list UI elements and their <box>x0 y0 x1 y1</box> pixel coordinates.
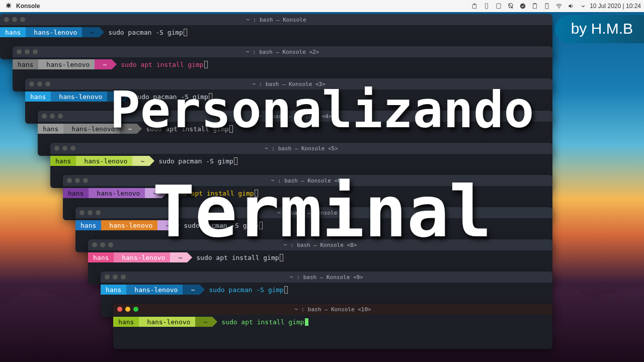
window-title: ~ : bash — Konsole <5> <box>265 145 338 152</box>
dot-icon[interactable] <box>50 114 55 119</box>
prompt-host-segment: hans-lenovo <box>139 317 195 327</box>
prompt-host-segment: hans-lenovo <box>26 27 82 37</box>
window-controls[interactable] <box>42 111 63 122</box>
command-text: sudo apt install gimp <box>121 61 203 68</box>
prompt-line[interactable]: hanshans-lenovo~sudo pacman -S gimp <box>101 283 552 296</box>
window-controls[interactable] <box>117 304 138 315</box>
prompt-user-segment: hans <box>0 27 26 37</box>
cursor-icon <box>284 286 288 294</box>
window-titlebar[interactable]: ~ : bash — Konsole <10> <box>113 304 552 315</box>
window-titlebar[interactable]: ~ : bash — Konsole <5> <box>50 143 552 154</box>
system-tray <box>471 3 587 10</box>
window-controls[interactable] <box>67 175 88 186</box>
cursor-icon <box>305 318 308 326</box>
window-controls[interactable] <box>92 239 113 250</box>
dropdown-icon[interactable] <box>580 3 587 10</box>
prompt-host-segment: hans-lenovo <box>38 59 95 69</box>
prompt-path-segment: ~ <box>95 59 112 69</box>
prompt-user-segment: hans <box>13 59 38 69</box>
dot-icon[interactable] <box>67 178 72 183</box>
phone-icon[interactable] <box>483 3 490 10</box>
trash-icon[interactable] <box>471 3 478 10</box>
prompt-user-segment: hans <box>50 156 76 166</box>
svg-rect-2 <box>497 4 501 8</box>
headline-line2: Terminal <box>152 171 492 253</box>
yel-dot-icon[interactable] <box>125 307 130 312</box>
dot-icon[interactable] <box>29 81 34 86</box>
prompt-host-segment: hans-lenovo <box>126 285 183 295</box>
dot-icon[interactable] <box>113 275 118 280</box>
cursor-icon <box>184 29 187 36</box>
dot-icon[interactable] <box>79 210 85 215</box>
dot-icon[interactable] <box>33 49 38 54</box>
cursor-icon <box>280 254 283 261</box>
dot-icon[interactable] <box>75 178 80 183</box>
prompt-host-segment: hans-lenovo <box>101 220 157 230</box>
prompt-user-segment: hans <box>25 92 51 102</box>
window-controls[interactable] <box>4 14 25 25</box>
prompt-user-segment: hans <box>38 124 63 134</box>
wifi-icon[interactable] <box>555 3 562 10</box>
prompt-path-segment: ~ <box>195 317 212 327</box>
prompt-line[interactable]: hanshans-lenovo~sudo apt install gimp <box>113 315 552 328</box>
prompt-path-segment: ~ <box>82 27 99 37</box>
command-text: sudo pacman -S gimp <box>158 157 233 165</box>
grn-dot-icon[interactable] <box>133 307 138 312</box>
window-controls[interactable] <box>17 46 38 57</box>
prompt-host-segment: hans-lenovo <box>114 252 170 262</box>
volume-icon[interactable] <box>568 3 575 10</box>
dot-icon[interactable] <box>100 242 105 247</box>
svg-rect-1 <box>486 4 488 9</box>
tablet-icon[interactable] <box>495 3 502 10</box>
dot-icon[interactable] <box>96 210 101 215</box>
dot-icon[interactable] <box>42 114 47 119</box>
svg-rect-4 <box>533 4 537 8</box>
active-app-name: Konsole <box>16 3 40 10</box>
window-controls[interactable] <box>79 207 101 218</box>
mute-icon[interactable] <box>507 3 514 10</box>
svg-rect-6 <box>545 4 548 9</box>
dot-icon[interactable] <box>108 242 113 247</box>
red-dot-icon[interactable] <box>117 307 122 312</box>
prompt-line[interactable]: hanshans-lenovo~sudo pacman -S gimp <box>0 25 552 38</box>
prompt-path-segment: ~ <box>170 252 187 262</box>
dot-icon[interactable] <box>45 81 50 86</box>
window-controls[interactable] <box>54 143 75 154</box>
dot-icon[interactable] <box>121 275 126 280</box>
dot-icon[interactable] <box>4 17 9 22</box>
svg-point-8 <box>558 8 559 9</box>
prompt-line[interactable]: hanshans-lenovo~sudo pacman -S gimp <box>50 154 552 167</box>
dot-icon[interactable] <box>25 49 30 54</box>
window-titlebar[interactable]: ~ : bash — Konsole <2> <box>13 46 552 57</box>
prompt-line[interactable]: hanshans-lenovo~sudo apt install gimp <box>13 57 552 70</box>
window-controls[interactable] <box>105 272 126 283</box>
kde-logo-icon[interactable] <box>5 2 12 11</box>
dot-icon[interactable] <box>54 146 59 151</box>
dot-icon[interactable] <box>17 49 22 54</box>
clock[interactable]: 10 Jul 2020 | 10:24 <box>590 3 641 10</box>
dot-icon[interactable] <box>12 17 17 22</box>
headline-line1: Personalizando <box>110 80 534 139</box>
prompt-host-segment: hans-lenovo <box>89 188 145 198</box>
command-text: sudo apt install gimp <box>196 254 279 261</box>
check-icon[interactable] <box>519 3 526 10</box>
dot-icon[interactable] <box>83 178 88 183</box>
prompt-user-segment: hans <box>88 252 114 262</box>
window-titlebar[interactable]: ~ : bash — Konsole <box>0 14 552 25</box>
dot-icon[interactable] <box>105 275 110 280</box>
command-text: sudo pacman -S gimp <box>209 286 284 294</box>
window-controls[interactable] <box>29 78 50 89</box>
dot-icon[interactable] <box>88 210 93 215</box>
dot-icon[interactable] <box>70 146 75 151</box>
svg-rect-7 <box>546 3 547 4</box>
window-titlebar[interactable]: ~ : bash — Konsole <9> <box>101 272 552 283</box>
dot-icon[interactable] <box>62 146 67 151</box>
dot-icon[interactable] <box>92 242 97 247</box>
clipboard-icon[interactable] <box>531 3 538 10</box>
dot-icon[interactable] <box>58 114 63 119</box>
window-title: ~ : bash — Konsole <box>246 17 306 23</box>
terminal-window-10[interactable]: ~ : bash — Konsole <10>hanshans-lenovo~s… <box>113 304 552 349</box>
dot-icon[interactable] <box>20 17 25 22</box>
dot-icon[interactable] <box>37 81 42 86</box>
battery-icon[interactable] <box>543 3 550 10</box>
